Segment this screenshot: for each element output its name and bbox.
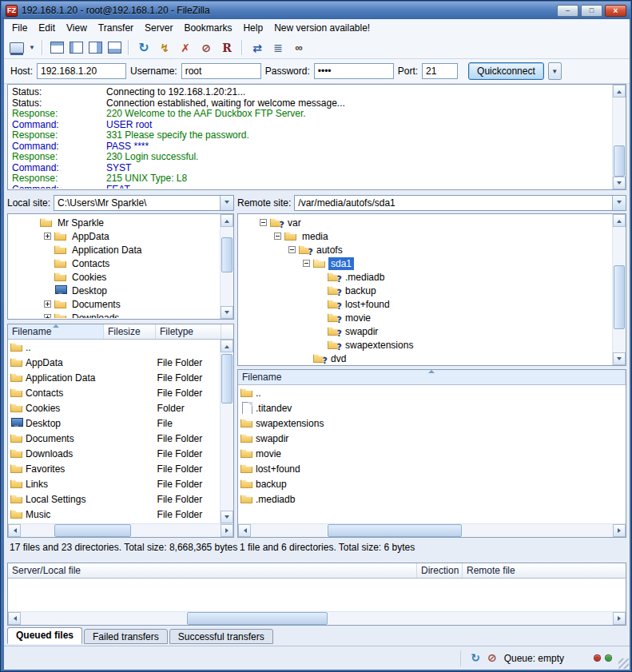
- tree-item[interactable]: movie: [239, 311, 612, 324]
- tree-item[interactable]: autofs: [239, 243, 612, 256]
- tree-item[interactable]: sda1: [239, 256, 612, 270]
- combo-dropdown-icon[interactable]: [612, 196, 626, 210]
- expander[interactable]: [44, 314, 51, 318]
- host-input[interactable]: [37, 63, 126, 79]
- file-row[interactable]: lost+found: [238, 461, 626, 476]
- file-row[interactable]: Links File Folder: [8, 476, 220, 491]
- message-log-toggle-icon[interactable]: [48, 39, 66, 57]
- scroll-left-button[interactable]: [8, 524, 21, 537]
- remote-site-combobox[interactable]: /var/media/autofs/sda1: [294, 195, 626, 211]
- file-row[interactable]: Favorites File Folder: [8, 461, 220, 476]
- expander[interactable]: [44, 300, 51, 308]
- site-manager-dropdown-icon[interactable]: ▼: [27, 39, 37, 57]
- tree-item[interactable]: media: [239, 229, 612, 243]
- menu-item[interactable]: Help: [237, 20, 268, 36]
- column-header[interactable]: Server/Local file: [8, 563, 417, 578]
- tree-item[interactable]: AppData: [9, 229, 220, 243]
- tree-item[interactable]: var: [239, 216, 612, 229]
- file-row[interactable]: swapdir: [238, 431, 626, 446]
- scroll-thumb[interactable]: [614, 145, 625, 177]
- scroll-left-button[interactable]: [238, 524, 251, 537]
- file-row[interactable]: Local Settings File Folder: [8, 491, 220, 507]
- encryption-icon[interactable]: ⊘: [487, 652, 497, 664]
- expander[interactable]: [303, 260, 310, 267]
- tree-item[interactable]: lost+found: [239, 297, 612, 311]
- disconnect-icon[interactable]: ⊘: [197, 39, 216, 57]
- tree-item[interactable]: dvd: [239, 352, 612, 364]
- expander[interactable]: [288, 246, 296, 253]
- quickconnect-button[interactable]: Quickconnect: [468, 62, 544, 80]
- scroll-thumb[interactable]: [54, 524, 131, 537]
- scroll-thumb[interactable]: [221, 237, 233, 273]
- file-row[interactable]: ..: [8, 340, 220, 355]
- combo-dropdown-icon[interactable]: [220, 196, 233, 210]
- tree-item[interactable]: .mediadb: [239, 270, 612, 284]
- port-input[interactable]: [422, 63, 458, 79]
- expander[interactable]: [260, 219, 267, 226]
- maximize-button[interactable]: □: [581, 5, 602, 17]
- file-row[interactable]: ..: [238, 385, 626, 400]
- sync-browsing-icon[interactable]: ≣: [268, 39, 288, 57]
- scroll-thumb[interactable]: [328, 524, 462, 537]
- scroll-down-button[interactable]: [613, 177, 626, 189]
- scroll-up-button[interactable]: [221, 214, 233, 227]
- menu-item[interactable]: View: [61, 20, 93, 36]
- scroll-up-button[interactable]: [221, 340, 233, 352]
- column-header[interactable]: Filesize: [104, 324, 156, 339]
- tab[interactable]: Failed transfers: [84, 629, 168, 644]
- password-input[interactable]: [314, 63, 394, 79]
- resize-grip[interactable]: [618, 658, 629, 669]
- tree-item[interactable]: swapextensions: [239, 338, 612, 352]
- tab[interactable]: Successful transfers: [169, 629, 273, 644]
- file-row[interactable]: Application Data File Folder: [8, 370, 220, 385]
- scroll-up-button[interactable]: [613, 85, 626, 97]
- tree-item[interactable]: swapdir: [239, 324, 612, 338]
- menu-item[interactable]: Transfer: [93, 20, 139, 36]
- file-row[interactable]: Music File Folder: [8, 507, 220, 522]
- scroll-down-button[interactable]: [221, 306, 233, 319]
- username-input[interactable]: [181, 63, 261, 79]
- file-row[interactable]: movie: [238, 446, 626, 461]
- reconnect-icon[interactable]: R: [217, 39, 237, 57]
- tree-item[interactable]: Downloads: [9, 311, 220, 318]
- file-row[interactable]: AppData File Folder: [8, 355, 220, 370]
- tree-item[interactable]: Desktop: [9, 284, 220, 297]
- column-header[interactable]: Filename: [8, 324, 104, 339]
- find-files-icon[interactable]: ∞: [289, 39, 308, 57]
- process-queue-icon[interactable]: ↯: [155, 39, 174, 57]
- file-row[interactable]: Documents File Folder: [8, 431, 220, 446]
- file-row[interactable]: backup: [238, 476, 626, 491]
- file-row[interactable]: Contacts File Folder: [8, 385, 220, 400]
- scroll-left-button[interactable]: [8, 612, 21, 625]
- scroll-down-button[interactable]: [221, 511, 233, 523]
- tree-item[interactable]: Application Data: [9, 243, 220, 256]
- file-row[interactable]: swapextensions: [238, 416, 626, 431]
- refresh-icon[interactable]: ↻: [134, 39, 153, 57]
- tab[interactable]: Queued files: [7, 627, 82, 644]
- file-row[interactable]: Desktop File: [8, 416, 220, 431]
- scroll-up-button[interactable]: [613, 214, 626, 227]
- scroll-thumb[interactable]: [187, 612, 328, 625]
- file-row[interactable]: .titandev: [238, 400, 626, 416]
- menu-item[interactable]: File: [6, 20, 33, 36]
- column-header[interactable]: Filename: [238, 370, 626, 384]
- title-bar[interactable]: FZ 192.168.1.20 - root@192.168.1.20 - Fi…: [2, 2, 630, 19]
- menu-item[interactable]: Edit: [33, 20, 61, 36]
- expander[interactable]: [44, 233, 51, 240]
- scroll-thumb[interactable]: [614, 265, 625, 328]
- minimize-button[interactable]: –: [557, 5, 578, 17]
- menu-item[interactable]: Server: [139, 20, 178, 36]
- tree-item[interactable]: backup: [239, 284, 612, 297]
- scroll-right-button[interactable]: [613, 524, 626, 537]
- tree-item[interactable]: Contacts: [9, 256, 220, 270]
- tree-item[interactable]: Documents: [9, 297, 220, 311]
- directory-comparison-icon[interactable]: ⇄: [248, 39, 267, 57]
- local-site-combobox[interactable]: C:\Users\Mr Sparkle\: [54, 195, 234, 211]
- tree-item[interactable]: Mr Sparkle: [9, 216, 220, 229]
- expander[interactable]: [274, 233, 281, 240]
- menu-item[interactable]: New version available!: [268, 20, 376, 36]
- queue-splitter[interactable]: [4, 556, 630, 563]
- local-tree-toggle-icon[interactable]: [67, 39, 85, 57]
- remote-tree-toggle-icon[interactable]: [86, 39, 104, 57]
- quickconnect-dropdown-arrow[interactable]: ▼: [548, 62, 562, 80]
